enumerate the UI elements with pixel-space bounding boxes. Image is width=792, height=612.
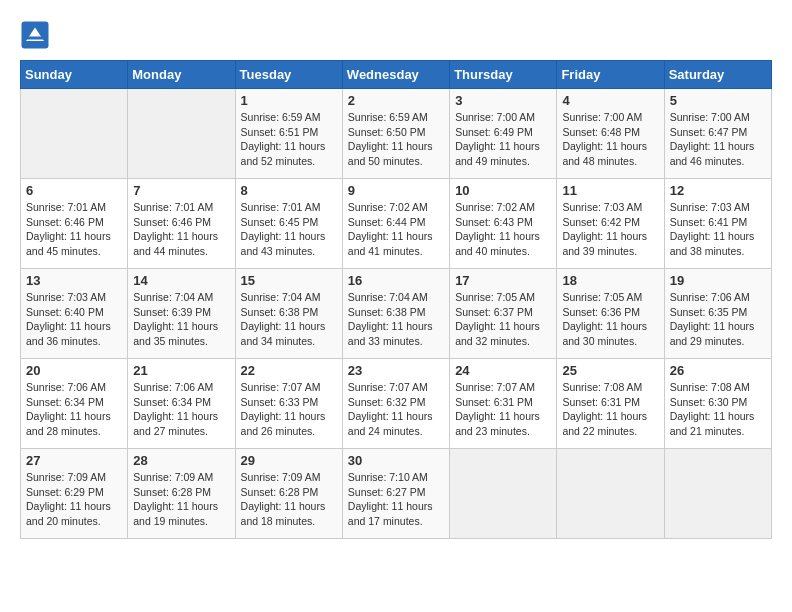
cell-details: Sunrise: 7:10 AMSunset: 6:27 PMDaylight:… (348, 471, 433, 527)
calendar-cell: 22Sunrise: 7:07 AMSunset: 6:33 PMDayligh… (235, 359, 342, 449)
calendar-header-row: SundayMondayTuesdayWednesdayThursdayFrid… (21, 61, 772, 89)
cell-details: Sunrise: 7:01 AMSunset: 6:45 PMDaylight:… (241, 201, 326, 257)
calendar-cell: 17Sunrise: 7:05 AMSunset: 6:37 PMDayligh… (450, 269, 557, 359)
cell-details: Sunrise: 7:05 AMSunset: 6:37 PMDaylight:… (455, 291, 540, 347)
cell-details: Sunrise: 7:04 AMSunset: 6:39 PMDaylight:… (133, 291, 218, 347)
calendar-table: SundayMondayTuesdayWednesdayThursdayFrid… (20, 60, 772, 539)
day-number: 5 (670, 93, 766, 108)
day-header-tuesday: Tuesday (235, 61, 342, 89)
calendar-cell: 23Sunrise: 7:07 AMSunset: 6:32 PMDayligh… (342, 359, 449, 449)
calendar-cell: 7Sunrise: 7:01 AMSunset: 6:46 PMDaylight… (128, 179, 235, 269)
calendar-cell: 6Sunrise: 7:01 AMSunset: 6:46 PMDaylight… (21, 179, 128, 269)
day-number: 26 (670, 363, 766, 378)
day-header-wednesday: Wednesday (342, 61, 449, 89)
day-number: 2 (348, 93, 444, 108)
cell-details: Sunrise: 7:00 AMSunset: 6:49 PMDaylight:… (455, 111, 540, 167)
calendar-cell: 19Sunrise: 7:06 AMSunset: 6:35 PMDayligh… (664, 269, 771, 359)
day-number: 27 (26, 453, 122, 468)
cell-details: Sunrise: 7:08 AMSunset: 6:31 PMDaylight:… (562, 381, 647, 437)
calendar-cell: 25Sunrise: 7:08 AMSunset: 6:31 PMDayligh… (557, 359, 664, 449)
page-header (20, 20, 772, 50)
cell-details: Sunrise: 7:07 AMSunset: 6:33 PMDaylight:… (241, 381, 326, 437)
calendar-cell: 12Sunrise: 7:03 AMSunset: 6:41 PMDayligh… (664, 179, 771, 269)
calendar-cell: 27Sunrise: 7:09 AMSunset: 6:29 PMDayligh… (21, 449, 128, 539)
day-number: 19 (670, 273, 766, 288)
day-number: 3 (455, 93, 551, 108)
calendar-cell: 13Sunrise: 7:03 AMSunset: 6:40 PMDayligh… (21, 269, 128, 359)
day-header-friday: Friday (557, 61, 664, 89)
cell-details: Sunrise: 6:59 AMSunset: 6:51 PMDaylight:… (241, 111, 326, 167)
day-number: 21 (133, 363, 229, 378)
day-number: 28 (133, 453, 229, 468)
day-number: 18 (562, 273, 658, 288)
day-header-thursday: Thursday (450, 61, 557, 89)
cell-details: Sunrise: 7:02 AMSunset: 6:43 PMDaylight:… (455, 201, 540, 257)
calendar-cell: 21Sunrise: 7:06 AMSunset: 6:34 PMDayligh… (128, 359, 235, 449)
calendar-cell: 1Sunrise: 6:59 AMSunset: 6:51 PMDaylight… (235, 89, 342, 179)
calendar-cell: 24Sunrise: 7:07 AMSunset: 6:31 PMDayligh… (450, 359, 557, 449)
calendar-week-1: 1Sunrise: 6:59 AMSunset: 6:51 PMDaylight… (21, 89, 772, 179)
day-number: 10 (455, 183, 551, 198)
calendar-cell (128, 89, 235, 179)
cell-details: Sunrise: 7:00 AMSunset: 6:47 PMDaylight:… (670, 111, 755, 167)
calendar-cell (664, 449, 771, 539)
svg-rect-2 (26, 37, 44, 40)
calendar-cell: 28Sunrise: 7:09 AMSunset: 6:28 PMDayligh… (128, 449, 235, 539)
cell-details: Sunrise: 7:06 AMSunset: 6:35 PMDaylight:… (670, 291, 755, 347)
cell-details: Sunrise: 7:03 AMSunset: 6:41 PMDaylight:… (670, 201, 755, 257)
day-number: 1 (241, 93, 337, 108)
day-number: 11 (562, 183, 658, 198)
day-number: 30 (348, 453, 444, 468)
day-number: 4 (562, 93, 658, 108)
cell-details: Sunrise: 7:03 AMSunset: 6:40 PMDaylight:… (26, 291, 111, 347)
day-number: 14 (133, 273, 229, 288)
calendar-week-3: 13Sunrise: 7:03 AMSunset: 6:40 PMDayligh… (21, 269, 772, 359)
cell-details: Sunrise: 7:07 AMSunset: 6:31 PMDaylight:… (455, 381, 540, 437)
calendar-cell: 14Sunrise: 7:04 AMSunset: 6:39 PMDayligh… (128, 269, 235, 359)
calendar-week-5: 27Sunrise: 7:09 AMSunset: 6:29 PMDayligh… (21, 449, 772, 539)
cell-details: Sunrise: 7:01 AMSunset: 6:46 PMDaylight:… (133, 201, 218, 257)
cell-details: Sunrise: 7:09 AMSunset: 6:29 PMDaylight:… (26, 471, 111, 527)
day-number: 8 (241, 183, 337, 198)
day-header-monday: Monday (128, 61, 235, 89)
cell-details: Sunrise: 6:59 AMSunset: 6:50 PMDaylight:… (348, 111, 433, 167)
calendar-cell: 8Sunrise: 7:01 AMSunset: 6:45 PMDaylight… (235, 179, 342, 269)
cell-details: Sunrise: 7:00 AMSunset: 6:48 PMDaylight:… (562, 111, 647, 167)
calendar-cell: 4Sunrise: 7:00 AMSunset: 6:48 PMDaylight… (557, 89, 664, 179)
calendar-cell: 2Sunrise: 6:59 AMSunset: 6:50 PMDaylight… (342, 89, 449, 179)
calendar-cell: 18Sunrise: 7:05 AMSunset: 6:36 PMDayligh… (557, 269, 664, 359)
calendar-cell: 9Sunrise: 7:02 AMSunset: 6:44 PMDaylight… (342, 179, 449, 269)
calendar-cell: 16Sunrise: 7:04 AMSunset: 6:38 PMDayligh… (342, 269, 449, 359)
day-number: 16 (348, 273, 444, 288)
cell-details: Sunrise: 7:01 AMSunset: 6:46 PMDaylight:… (26, 201, 111, 257)
cell-details: Sunrise: 7:04 AMSunset: 6:38 PMDaylight:… (241, 291, 326, 347)
calendar-cell: 5Sunrise: 7:00 AMSunset: 6:47 PMDaylight… (664, 89, 771, 179)
calendar-cell: 30Sunrise: 7:10 AMSunset: 6:27 PMDayligh… (342, 449, 449, 539)
cell-details: Sunrise: 7:05 AMSunset: 6:36 PMDaylight:… (562, 291, 647, 347)
calendar-cell: 20Sunrise: 7:06 AMSunset: 6:34 PMDayligh… (21, 359, 128, 449)
cell-details: Sunrise: 7:02 AMSunset: 6:44 PMDaylight:… (348, 201, 433, 257)
day-number: 29 (241, 453, 337, 468)
logo (20, 20, 54, 50)
cell-details: Sunrise: 7:07 AMSunset: 6:32 PMDaylight:… (348, 381, 433, 437)
calendar-cell: 3Sunrise: 7:00 AMSunset: 6:49 PMDaylight… (450, 89, 557, 179)
calendar-cell (557, 449, 664, 539)
day-number: 15 (241, 273, 337, 288)
cell-details: Sunrise: 7:06 AMSunset: 6:34 PMDaylight:… (133, 381, 218, 437)
cell-details: Sunrise: 7:08 AMSunset: 6:30 PMDaylight:… (670, 381, 755, 437)
day-number: 12 (670, 183, 766, 198)
calendar-cell (21, 89, 128, 179)
calendar-cell: 10Sunrise: 7:02 AMSunset: 6:43 PMDayligh… (450, 179, 557, 269)
day-number: 6 (26, 183, 122, 198)
day-number: 22 (241, 363, 337, 378)
calendar-week-4: 20Sunrise: 7:06 AMSunset: 6:34 PMDayligh… (21, 359, 772, 449)
calendar-week-2: 6Sunrise: 7:01 AMSunset: 6:46 PMDaylight… (21, 179, 772, 269)
day-number: 25 (562, 363, 658, 378)
cell-details: Sunrise: 7:04 AMSunset: 6:38 PMDaylight:… (348, 291, 433, 347)
cell-details: Sunrise: 7:09 AMSunset: 6:28 PMDaylight:… (133, 471, 218, 527)
day-header-sunday: Sunday (21, 61, 128, 89)
day-number: 24 (455, 363, 551, 378)
day-number: 20 (26, 363, 122, 378)
calendar-cell: 11Sunrise: 7:03 AMSunset: 6:42 PMDayligh… (557, 179, 664, 269)
day-header-saturday: Saturday (664, 61, 771, 89)
